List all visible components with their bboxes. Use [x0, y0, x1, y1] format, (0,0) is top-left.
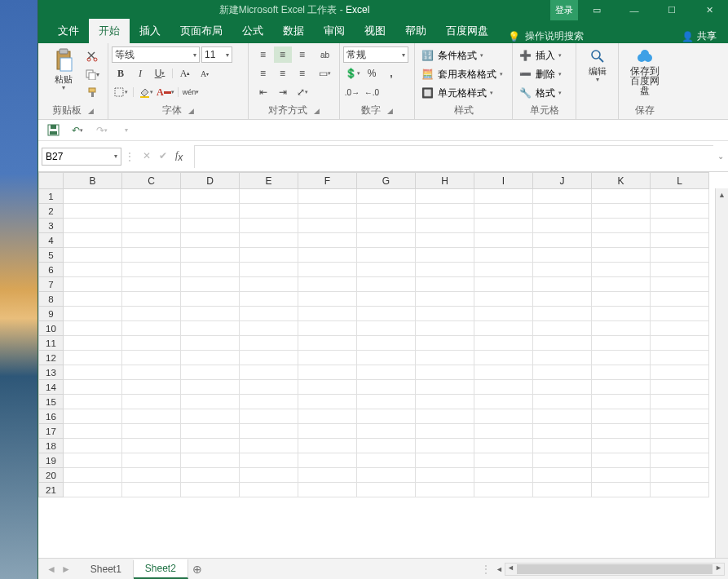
vertical-scrollbar[interactable]: ▲	[715, 188, 728, 558]
cell[interactable]	[533, 483, 592, 497]
align-right-button[interactable]: ≡	[293, 65, 311, 82]
cell[interactable]	[240, 321, 298, 336]
cell[interactable]	[651, 468, 709, 483]
cell[interactable]	[416, 307, 474, 321]
cell[interactable]	[533, 336, 592, 351]
cell[interactable]	[357, 439, 416, 453]
cell[interactable]	[416, 189, 474, 204]
cell[interactable]	[122, 204, 181, 219]
cell[interactable]	[122, 189, 181, 204]
align-center-button[interactable]: ≡	[274, 65, 292, 82]
cell[interactable]	[122, 248, 181, 263]
cell[interactable]	[533, 248, 592, 263]
cell[interactable]	[651, 424, 709, 439]
cell[interactable]	[357, 351, 416, 365]
cell[interactable]	[533, 189, 592, 204]
row-header[interactable]: 14	[39, 380, 64, 395]
cell[interactable]	[651, 336, 709, 351]
cell[interactable]	[298, 307, 357, 321]
column-header[interactable]: E	[240, 173, 298, 189]
cell[interactable]	[240, 307, 298, 321]
cell[interactable]	[533, 277, 592, 292]
cell[interactable]	[181, 277, 240, 292]
cell[interactable]	[122, 380, 181, 395]
column-header[interactable]: I	[474, 173, 533, 189]
cell[interactable]	[474, 424, 533, 439]
cell[interactable]	[533, 292, 592, 307]
tab-data[interactable]: 数据	[273, 19, 314, 43]
fill-color-button[interactable]: ▾	[137, 84, 155, 100]
tab-insert[interactable]: 插入	[130, 19, 170, 43]
cell[interactable]	[416, 248, 474, 263]
cell[interactable]	[181, 307, 240, 321]
cell[interactable]	[357, 365, 416, 380]
align-left-button[interactable]: ≡	[254, 65, 272, 82]
cell[interactable]	[298, 233, 357, 248]
increase-decimal-button[interactable]: .0→	[343, 84, 361, 100]
cell[interactable]	[416, 468, 474, 483]
orientation-button[interactable]: ⤢▾	[293, 84, 311, 100]
cell[interactable]	[651, 321, 709, 336]
cell[interactable]	[533, 395, 592, 409]
cell[interactable]	[64, 409, 122, 424]
qat-customize-button[interactable]: ▾	[118, 122, 135, 139]
merge-center-button[interactable]: ▭▾	[316, 65, 334, 82]
cell[interactable]	[416, 483, 474, 497]
cell[interactable]	[357, 219, 416, 233]
clipboard-dialog-launcher[interactable]: ◢	[88, 107, 94, 115]
cell[interactable]	[298, 453, 357, 468]
cell[interactable]	[64, 248, 122, 263]
cell[interactable]	[240, 336, 298, 351]
column-header[interactable]: F	[298, 173, 357, 189]
cell[interactable]	[298, 263, 357, 277]
cell[interactable]	[474, 365, 533, 380]
cell[interactable]	[474, 453, 533, 468]
cell[interactable]	[64, 277, 122, 292]
cell[interactable]	[416, 219, 474, 233]
cell[interactable]	[416, 439, 474, 453]
cell[interactable]	[240, 189, 298, 204]
cell[interactable]	[357, 307, 416, 321]
percent-button[interactable]: %	[363, 65, 381, 82]
align-middle-button[interactable]: ≡	[274, 46, 292, 63]
cell[interactable]	[298, 321, 357, 336]
cell[interactable]	[533, 424, 592, 439]
cell[interactable]	[474, 219, 533, 233]
cell[interactable]	[64, 439, 122, 453]
cell[interactable]	[592, 336, 651, 351]
cell[interactable]	[122, 351, 181, 365]
column-header[interactable]: C	[122, 173, 181, 189]
cell[interactable]	[651, 409, 709, 424]
save-button[interactable]	[45, 122, 61, 139]
cell[interactable]	[533, 380, 592, 395]
cell[interactable]	[474, 380, 533, 395]
cell[interactable]	[651, 204, 709, 219]
cell[interactable]	[64, 204, 122, 219]
editing-button[interactable]: 编辑 ▾	[580, 45, 615, 83]
cell[interactable]	[122, 336, 181, 351]
cell[interactable]	[240, 204, 298, 219]
row-header[interactable]: 7	[39, 277, 64, 292]
cell[interactable]	[64, 219, 122, 233]
cell-styles-button[interactable]: 🔲 单元格样式▾	[418, 85, 493, 101]
cell[interactable]	[533, 468, 592, 483]
cell[interactable]	[592, 468, 651, 483]
cell[interactable]	[357, 189, 416, 204]
row-header[interactable]: 20	[39, 468, 64, 483]
cell[interactable]	[240, 468, 298, 483]
cell[interactable]	[122, 409, 181, 424]
cell[interactable]	[416, 292, 474, 307]
tab-review[interactable]: 审阅	[314, 19, 355, 43]
cell[interactable]	[122, 307, 181, 321]
cell[interactable]	[651, 219, 709, 233]
minimize-icon[interactable]: —	[615, 0, 653, 20]
cell[interactable]	[298, 351, 357, 365]
cell[interactable]	[64, 365, 122, 380]
new-sheet-button[interactable]: ⊕	[188, 563, 206, 576]
font-color-button[interactable]: A▾	[157, 84, 174, 100]
cell[interactable]	[651, 439, 709, 453]
cell[interactable]	[122, 424, 181, 439]
cell[interactable]	[651, 233, 709, 248]
cell[interactable]	[592, 307, 651, 321]
decrease-indent-button[interactable]: ⇤	[254, 84, 272, 100]
